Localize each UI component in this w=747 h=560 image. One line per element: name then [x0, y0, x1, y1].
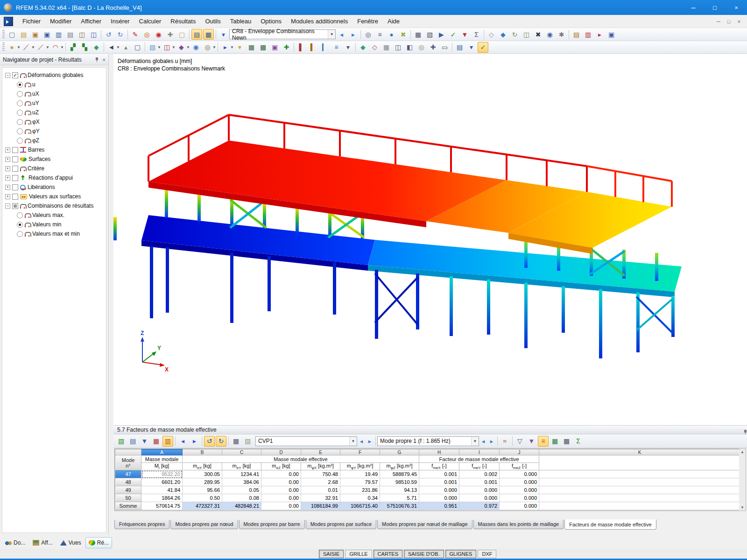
collapse-icon[interactable]: −: [5, 73, 10, 78]
cell[interactable]: 0.001: [419, 470, 459, 478]
cell[interactable]: 0.00: [261, 486, 301, 494]
bar-diagram-icon[interactable]: ≡: [538, 436, 549, 447]
chevron-down-icon[interactable]: ▼: [349, 437, 357, 446]
new-comment-icon[interactable]: ▢: [176, 29, 187, 40]
cell[interactable]: 0.002: [459, 470, 500, 478]
redo-icon[interactable]: ↻: [115, 29, 126, 40]
cell[interactable]: 384.06: [222, 478, 261, 486]
next-mode-arrow[interactable]: ▸: [487, 438, 496, 445]
results-surfaces-icon[interactable]: ▍: [308, 42, 318, 53]
cell[interactable]: 472327.31: [183, 502, 222, 510]
report-settings-icon[interactable]: ▾: [466, 42, 477, 53]
unit-header-1[interactable]: meX [kg]: [183, 463, 222, 470]
unit-header-6[interactable]: mφZ [kg.m²]: [380, 463, 419, 470]
tree-item-crit-re[interactable]: +Critère: [5, 164, 106, 173]
cell[interactable]: 482848.21: [222, 502, 261, 510]
tree-item-u[interactable]: u: [5, 80, 106, 89]
unit-header-5[interactable]: mφY [kg.m²]: [340, 463, 380, 470]
facteur-masse-header[interactable]: Facteur de masse modale effective: [419, 455, 539, 463]
status-saisie-d-ob-[interactable]: SAISIE D'OB.: [404, 550, 444, 558]
tree-item-r-actions-d-appui[interactable]: +Réactions d'appui: [5, 173, 106, 182]
radio-button[interactable]: [17, 119, 23, 125]
model-3d-render[interactable]: Z Y X: [113, 54, 747, 426]
unit-header-7[interactable]: fmeX [-]: [419, 463, 459, 470]
minimize-button[interactable]: ─: [683, 0, 704, 15]
tree-item--y[interactable]: φY: [5, 126, 106, 136]
radio-button[interactable]: [17, 222, 23, 228]
save-copy-icon[interactable]: ▣: [42, 29, 52, 40]
menu-tableau[interactable]: Tableau: [226, 16, 256, 27]
cell[interactable]: 0.001: [459, 478, 500, 486]
help-layers-icon[interactable]: ▣: [606, 29, 617, 40]
table-grid-view-icon[interactable]: ▦: [231, 436, 241, 447]
radio-button[interactable]: [17, 110, 23, 116]
node-icon[interactable]: ●: [7, 42, 17, 53]
cell-k[interactable]: [539, 470, 740, 478]
print-report-icon[interactable]: ▤: [454, 42, 465, 53]
column-letter-E[interactable]: E: [301, 449, 340, 455]
render-solid-icon[interactable]: ◉: [190, 42, 201, 53]
table-edit-mode-icon[interactable]: ▧: [116, 436, 127, 447]
surface-new-icon[interactable]: ◆: [91, 42, 102, 53]
pan-icon[interactable]: ✚: [428, 42, 438, 53]
cell[interactable]: 6601.20: [141, 478, 183, 486]
cell[interactable]: 9532.20: [141, 470, 183, 478]
col-next-icon[interactable]: ▸: [189, 436, 200, 447]
prev-cvp-arrow[interactable]: ◂: [357, 438, 366, 445]
guidelines-icon[interactable]: ◆: [498, 29, 508, 40]
cell[interactable]: 0.34: [340, 494, 380, 502]
mode-combo[interactable]: Mode propre 1 (f : 1.865 Hz) ▼: [377, 436, 479, 446]
table-red-values-icon[interactable]: ▦: [151, 436, 162, 447]
cell[interactable]: 0.00: [261, 502, 301, 510]
mode-header[interactable]: Moden°: [115, 455, 141, 470]
snap-icon[interactable]: ◇: [486, 29, 497, 40]
settings-icon[interactable]: ✱: [556, 29, 567, 40]
masse-modale-header[interactable]: Masse modale: [141, 455, 183, 463]
numbering-icon[interactable]: ▸: [220, 42, 231, 53]
column-letter-H[interactable]: H: [419, 449, 459, 455]
tab-modes-propres-par-n-ud-de-maillage[interactable]: Modes propres par nœud de maillage: [377, 520, 472, 529]
chevron-down-icon[interactable]: ▼: [17, 45, 21, 49]
calculate-all-icon[interactable]: ▶: [436, 29, 447, 40]
mesh-icon[interactable]: ▦: [413, 29, 423, 40]
column-letter-D[interactable]: D: [261, 449, 301, 455]
isometric-icon[interactable]: ◧: [404, 42, 415, 53]
open-file-icon[interactable]: ▤: [18, 29, 29, 40]
cell[interactable]: 0.000: [500, 470, 539, 478]
menu-outils[interactable]: Outils: [200, 16, 225, 27]
doc-close-button[interactable]: ×: [734, 17, 744, 26]
menu-ins-rer[interactable]: Insérer: [106, 16, 134, 27]
row-header-Somme[interactable]: Somme: [115, 502, 141, 510]
mirror-icon[interactable]: ◫: [521, 29, 532, 40]
col-prev-icon[interactable]: ◂: [177, 436, 188, 447]
column-letter-J[interactable]: J: [500, 449, 539, 455]
cell[interactable]: 0.08: [222, 494, 261, 502]
panel-tab-display[interactable]: Aff...: [29, 537, 56, 548]
toolbar-grip[interactable]: [2, 42, 5, 52]
decimal-places-icon[interactable]: Σ: [573, 436, 584, 447]
result-diagram-icon[interactable]: ≈: [500, 436, 510, 447]
chevron-down-icon[interactable]: ▼: [31, 45, 35, 49]
load-case-combo[interactable]: CR8 - Enveloppe Combinsaisons Newn ▼: [229, 29, 336, 39]
checkbox[interactable]: [12, 147, 18, 153]
expand-icon[interactable]: +: [5, 175, 10, 181]
radio-button[interactable]: [17, 91, 23, 97]
cell[interactable]: 0.000: [500, 502, 539, 510]
results-members-icon[interactable]: ▌: [296, 42, 307, 53]
info-icon[interactable]: ◉: [544, 29, 555, 40]
3d-viewport[interactable]: Z Y X Déformations globales u [mm] CR8 :…: [113, 54, 747, 426]
expand-icon[interactable]: +: [5, 194, 10, 199]
checkbox[interactable]: ✓: [12, 72, 18, 78]
chevron-down-icon[interactable]: ▼: [157, 45, 161, 49]
tab-facteurs-de-masse-modale-effective[interactable]: Facteurs de masse modale effective: [564, 519, 656, 530]
cut-plane-icon[interactable]: ✖: [533, 29, 543, 40]
print-graphic-icon[interactable]: ▥: [583, 29, 593, 40]
checkbox[interactable]: [12, 194, 18, 200]
chevron-down-icon[interactable]: ▼: [471, 437, 479, 446]
unit-header-0[interactable]: Mi [kg]: [141, 463, 183, 470]
background-icon[interactable]: ▦: [381, 42, 392, 53]
expand-icon[interactable]: +: [5, 157, 10, 162]
tab-modes-propres-par-n-ud[interactable]: Modes propres par nœud: [170, 520, 238, 529]
cell[interactable]: 0.000: [500, 494, 539, 502]
filter-icon[interactable]: ▽: [514, 436, 525, 447]
